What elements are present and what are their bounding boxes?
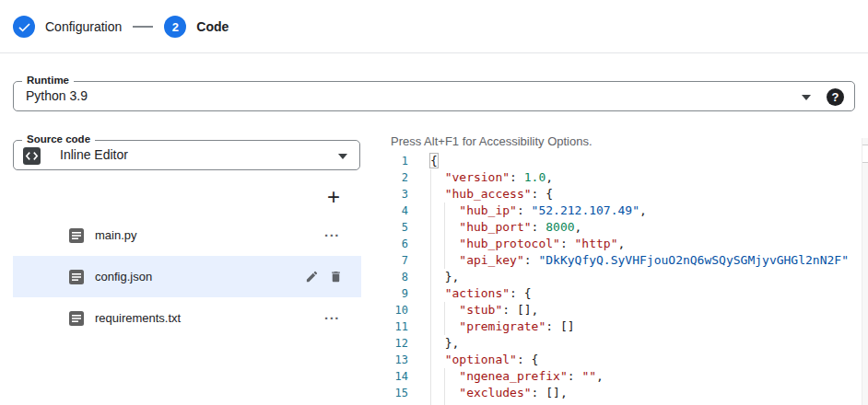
more-options-icon[interactable]: ... bbox=[324, 307, 340, 322]
file-document-icon bbox=[69, 228, 84, 243]
line-number: 13 bbox=[378, 352, 408, 368]
line-number: 7 bbox=[378, 252, 408, 269]
accessibility-hint: Press Alt+F1 for Accessibility Options. bbox=[391, 134, 592, 148]
code-line[interactable]: 13 "optional": { bbox=[378, 352, 862, 368]
line-number: 1 bbox=[378, 153, 408, 169]
code-line-text: "optional": { bbox=[430, 352, 538, 368]
file-name: config.json bbox=[95, 270, 152, 284]
code-line-text: "premigrate": [] bbox=[430, 318, 575, 335]
code-line-text: "actions": { bbox=[430, 285, 532, 302]
line-number: 9 bbox=[378, 285, 408, 302]
file-row-config-json[interactable]: config.json bbox=[13, 256, 361, 297]
code-line[interactable]: 15 "excludes": [], bbox=[378, 385, 862, 401]
file-document-icon bbox=[69, 270, 84, 284]
line-number: 8 bbox=[378, 269, 408, 285]
check-icon bbox=[18, 22, 30, 32]
edit-file-button[interactable] bbox=[305, 270, 319, 284]
line-number: 11 bbox=[378, 318, 408, 335]
pencil-icon bbox=[305, 270, 319, 284]
line-number: 4 bbox=[378, 202, 408, 219]
code-line-text: "stub": [], bbox=[430, 302, 538, 318]
source-code-value: Inline Editor bbox=[60, 141, 128, 169]
line-number: 2 bbox=[378, 169, 408, 186]
file-name: main.py bbox=[95, 228, 137, 242]
header-divider bbox=[0, 52, 868, 53]
line-number: 3 bbox=[378, 186, 408, 202]
code-line-text: "hub_protocol": "http", bbox=[430, 236, 625, 252]
source-code-select[interactable]: Source code Inline Editor bbox=[13, 140, 360, 170]
code-line[interactable]: 3 "hub_access": { bbox=[378, 186, 862, 202]
step-code-label[interactable]: Code bbox=[196, 19, 229, 34]
code-line[interactable]: 5 "hub_port": 8000, bbox=[378, 219, 862, 236]
code-line[interactable]: 1{ bbox=[378, 153, 862, 169]
code-line[interactable]: 12 }, bbox=[378, 335, 862, 352]
code-line[interactable]: 14 "ngenea_prefix": "", bbox=[378, 368, 862, 385]
code-line[interactable]: 6 "hub_protocol": "http", bbox=[378, 236, 862, 252]
code-step-page: Configuration 2 Code Runtime Python 3.9 … bbox=[0, 0, 868, 405]
code-line-text: "ngenea_prefix": "", bbox=[430, 368, 604, 385]
code-line[interactable]: 2 "version": 1.0, bbox=[378, 169, 862, 186]
add-file-button[interactable]: + bbox=[321, 184, 346, 210]
step-code-number: 2 bbox=[172, 20, 179, 34]
stepper: Configuration 2 Code bbox=[13, 16, 229, 38]
trash-icon bbox=[329, 270, 343, 284]
runtime-value: Python 3.9 bbox=[26, 82, 88, 110]
code-line-text: }, bbox=[430, 269, 459, 285]
code-line-text: }, bbox=[430, 335, 459, 352]
line-number: 12 bbox=[378, 335, 408, 352]
line-number: 15 bbox=[378, 385, 408, 401]
more-options-icon[interactable]: ... bbox=[324, 224, 340, 239]
code-line-text: "version": 1.0, bbox=[430, 169, 553, 186]
line-number: 10 bbox=[378, 302, 408, 318]
code-line[interactable]: 11 "premigrate": [] bbox=[378, 318, 862, 335]
editor-scrollbar[interactable] bbox=[862, 138, 868, 405]
code-line-text: "excludes": [], bbox=[430, 385, 568, 401]
line-number: 14 bbox=[378, 368, 408, 385]
file-row-requirements-txt[interactable]: requirements.txt ... bbox=[13, 297, 361, 339]
code-line[interactable]: 8 }, bbox=[378, 269, 862, 285]
code-line-text: "hub_access": { bbox=[430, 186, 553, 202]
step-code-circle[interactable]: 2 bbox=[164, 16, 186, 38]
chevron-down-icon[interactable] bbox=[802, 95, 811, 100]
step-configuration-circle[interactable] bbox=[13, 16, 35, 38]
delete-file-button[interactable] bbox=[329, 270, 343, 284]
code-line-text: "hub_port": 8000, bbox=[430, 219, 581, 236]
runtime-select[interactable]: Runtime Python 3.9 ? bbox=[13, 81, 855, 111]
code-line[interactable]: 10 "stub": [], bbox=[378, 302, 862, 318]
code-line-text: "hub_ip": "52.212.107.49", bbox=[430, 202, 647, 219]
help-icon[interactable]: ? bbox=[827, 88, 844, 106]
code-line-text: { bbox=[430, 153, 438, 169]
code-lines[interactable]: 1{2 "version": 1.0,3 "hub_access": {4 "h… bbox=[378, 153, 862, 401]
chevron-down-icon[interactable] bbox=[338, 154, 347, 159]
code-editor-panel: Press Alt+F1 for Accessibility Options. … bbox=[378, 133, 868, 405]
code-line[interactable]: 7 "api_key": "DkKyQfyQ.SyVHFjouO2nQ6wSQy… bbox=[378, 252, 862, 269]
file-row-main-py[interactable]: main.py ... bbox=[13, 214, 361, 256]
code-brackets-icon bbox=[23, 147, 41, 165]
code-line-text: "api_key": "DkKyQfyQ.SyVHFjouO2nQ6wSQySG… bbox=[430, 252, 849, 269]
code-line[interactable]: 4 "hub_ip": "52.212.107.49", bbox=[378, 202, 862, 219]
stepper-connector bbox=[133, 26, 153, 28]
code-line[interactable]: 9 "actions": { bbox=[378, 285, 862, 302]
file-document-icon bbox=[69, 311, 84, 326]
line-number: 5 bbox=[378, 219, 408, 236]
step-configuration-label[interactable]: Configuration bbox=[45, 19, 122, 34]
file-name: requirements.txt bbox=[95, 311, 181, 325]
scrollbar-thumb[interactable] bbox=[862, 145, 868, 163]
line-number: 6 bbox=[378, 236, 408, 252]
